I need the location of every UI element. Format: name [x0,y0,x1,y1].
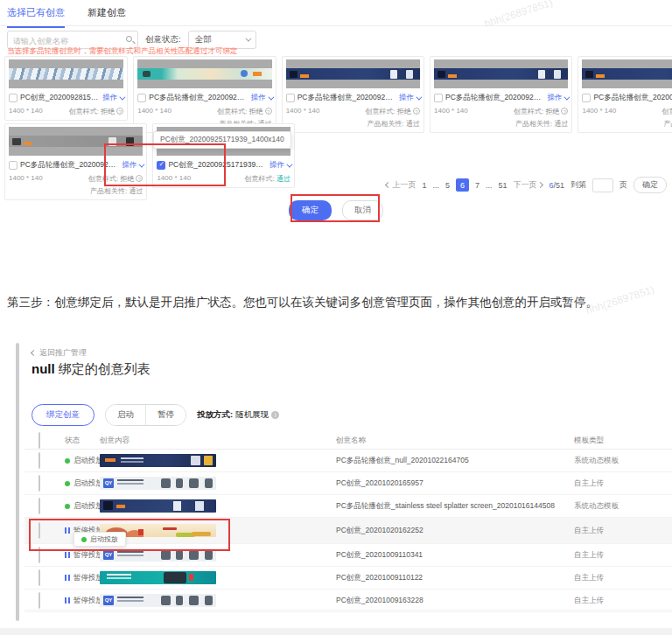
step-instruction-text: 第三步：创意绑定后，默认是开启推广状态。您也可以在该关键词多创意管理页面，操作其… [7,291,665,314]
paused-status-icon [65,597,66,604]
qy-logo: QY [103,550,114,560]
page-number[interactable]: 7 [475,181,480,190]
footer-bar [0,628,672,635]
banner-thumbnail [582,59,672,88]
page-number[interactable]: 5 [445,181,450,190]
creative-checkbox[interactable] [137,94,146,102]
style-value: 拒绝 [397,108,411,115]
column-status: 状态 [54,436,100,446]
page-number-active[interactable]: 6 [456,178,469,192]
banner-thumbnail [100,571,216,584]
creative-checkbox[interactable] [9,94,18,102]
cancel-button[interactable]: 取消 [342,200,383,220]
row-checkbox[interactable] [38,522,40,539]
style-label: 创意样式: [69,108,99,115]
template-type: 自主上传 [574,596,672,606]
creative-card[interactable]: PC多品轮播创意_2020092716... 操作 1400 * 140 创意样… [133,56,276,133]
creative-name: PC创意_20201020165957 [336,478,574,489]
creative-card[interactable]: PC多品轮播创意_2020092710... 操作 1400 * 140 创意样… [4,123,147,200]
help-icon[interactable]: ? [561,108,568,115]
creative-checkbox[interactable] [434,94,443,102]
banner-thumbnail: QY [100,548,216,562]
start-button[interactable]: 启动 [106,405,145,425]
row-checkbox[interactable] [38,452,40,469]
table-row[interactable]: 暂停投放 QY PC创意_20201009110341 自主上传 [24,544,672,567]
creative-size: 1400 * 140 [582,107,616,116]
style-value: 拒绝 [249,108,263,115]
row-checkbox[interactable] [38,547,40,563]
status-menu-popup[interactable]: 启动投放 [74,532,126,547]
table-row[interactable]: 启动投放 PC多品轮播创意_stainless steel splatter s… [24,495,672,518]
chevron-left-icon [385,182,391,188]
row-checkbox[interactable] [38,592,40,609]
creative-name: PC多品轮播创意_2020092710... [20,160,119,171]
table-row[interactable]: 启动投放 PC多品轮播创意_null_20201022164705 系统动态模板 [24,450,672,472]
creative-name: PC创意_20200928150536 [20,93,100,103]
relevance-label: 产品相关性: [663,120,672,128]
banner-thumbnail [9,127,143,156]
confirm-button[interactable]: 确定 [289,200,332,220]
style-value: 拒绝 [545,108,559,115]
search-icon[interactable] [126,36,132,42]
status-filter-value: 全部 [195,34,212,45]
prev-page-button[interactable]: 上一页 [386,179,416,191]
jump-confirm-button[interactable]: 确定 [634,177,667,193]
banner-thumbnail [9,59,123,88]
creative-card[interactable]: PC多品轮播创意_2020092715... 操作 1400 * 140 创意样… [430,56,572,133]
dialog-footer: 确定 取消 [0,200,672,220]
help-icon[interactable]: ? [116,108,123,115]
creative-size: 1400 * 140 [9,107,43,116]
next-page-button[interactable]: 下一页 [513,179,542,191]
select-all-checkbox[interactable] [38,432,40,449]
help-icon[interactable]: ? [265,108,272,115]
pagination: 上一页 1 ... 5 6 7 ... 51 下一页 6/51 到第 页 确定 [386,177,667,193]
creative-name-tooltip: PC创意_20200925171939_1400x140 [153,131,291,149]
creative-name: PC创意_20201009110122 [336,573,574,583]
row-checkbox[interactable] [38,475,40,492]
help-icon[interactable]: ? [413,108,420,115]
creative-card[interactable]: PC多品轮播创意_2020092716... 操作 1400 * 140 创意样… [282,56,424,133]
style-label: 创意样式: [366,108,396,115]
banner-thumbnail [100,454,216,467]
jump-page-input[interactable] [592,178,613,192]
template-type: 系统动态模板 [574,501,672,512]
creative-card[interactable]: PC多品轮播创意_2020092715... 操作 1400 * 140 创意样… [578,56,672,133]
back-link[interactable]: 返回推广管理 [32,347,87,359]
page-number[interactable]: 51 [498,181,507,190]
pause-button[interactable]: 暂停 [145,405,186,425]
style-label: 创意样式: [244,175,274,183]
card-action-link[interactable]: 操作 [270,160,290,171]
help-icon[interactable]: ? [136,175,143,182]
chevron-down-icon [416,94,422,100]
bind-creative-button[interactable]: 绑定创意 [32,404,94,426]
table-row-highlighted[interactable]: 暂停投放 PC创意_20201020162252 自主上传 启动投放 [24,518,672,544]
chevron-down-icon [564,94,570,100]
card-action-link[interactable]: 操作 [251,93,272,103]
creative-card[interactable]: PC创意_20200928150536 操作 1400 * 140 创意样式: … [4,56,128,121]
jump-label: 到第 [570,179,586,191]
card-action-link[interactable]: 操作 [102,93,123,103]
style-label: 创意样式: [217,108,247,115]
creative-name: PC多品轮播创意_2020092715... [445,93,544,103]
row-checkbox[interactable] [38,498,40,514]
creative-size: 1400 * 140 [157,174,191,184]
card-action-link[interactable]: 操作 [547,93,568,103]
page-number[interactable]: 1 [422,181,426,190]
card-action-link[interactable]: 操作 [122,160,143,171]
relevance-label: 产品相关性: [515,120,552,128]
start-pause-group: 启动 暂停 [105,404,186,426]
card-action-link[interactable]: 操作 [399,93,420,103]
creative-checkbox[interactable] [157,161,165,170]
creative-checkbox[interactable] [9,161,18,170]
creative-checkbox[interactable] [582,94,591,102]
row-checkbox[interactable] [38,569,40,586]
info-icon[interactable]: i [271,411,279,419]
creative-size: 1400 * 140 [286,107,320,116]
creative-checkbox[interactable] [286,94,295,102]
table-row[interactable]: 暂停投放 PC创意_20201009110122 自主上传 [24,567,672,590]
banner-thumbnail: QY [100,477,216,490]
template-type: 自主上传 [574,526,672,536]
scrollbar[interactable] [16,343,19,621]
creative-size: 1400 * 140 [137,107,172,116]
table-row[interactable]: 启动投放 QY PC创意_20201020165957 自主上传 [24,472,672,495]
